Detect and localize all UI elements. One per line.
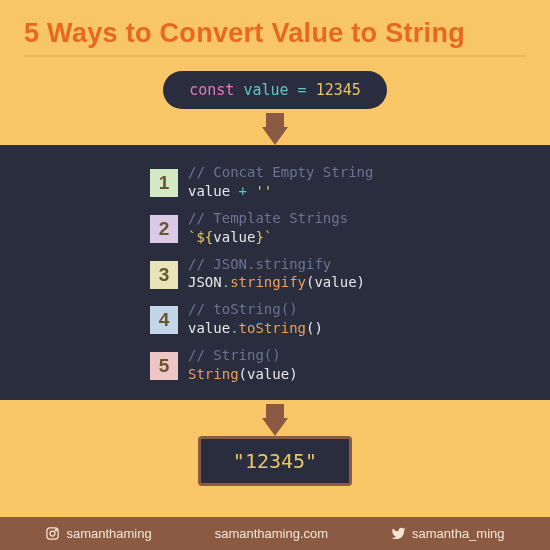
method-code: // JSON.stringifyJSON.stringify(value) [188,255,365,293]
code-line: value + '' [188,182,373,201]
website-link[interactable]: samanthaming.com [215,526,328,541]
var-name: value [243,81,288,99]
code-comment: // JSON.stringify [188,255,365,274]
code-line: `${value}` [188,228,348,247]
declaration-code: const value = 12345 [163,71,387,109]
code-comment: // Concat Empty String [188,163,373,182]
method-number: 1 [150,169,178,197]
code-comment: // String() [188,346,298,365]
result-value: "12345" [198,436,352,486]
method-row: 2// Template Strings`${value}` [150,205,550,251]
instagram-link[interactable]: samanthaming [45,526,151,541]
twitter-handle: samantha_ming [412,526,505,541]
twitter-icon [391,526,406,541]
declaration-area: const value = 12345 [0,57,550,145]
arrow-down-icon [0,404,550,436]
method-number: 5 [150,352,178,380]
var-value: 12345 [316,81,361,99]
method-code: // toString()value.toString() [188,300,323,338]
footer: samanthaming samanthaming.com samantha_m… [0,517,550,550]
keyword: const [189,81,234,99]
twitter-link[interactable]: samantha_ming [391,526,505,541]
svg-point-1 [50,531,55,536]
instagram-handle: samanthaming [66,526,151,541]
equals: = [298,81,307,99]
code-line: JSON.stringify(value) [188,273,365,292]
arrow-down-icon [0,113,550,145]
code-comment: // toString() [188,300,323,319]
code-line: value.toString() [188,319,323,338]
method-row: 3// JSON.stringifyJSON.stringify(value) [150,251,550,297]
code-line: String(value) [188,365,298,384]
svg-point-2 [56,529,57,530]
method-number: 4 [150,306,178,334]
code-comment: // Template Strings [188,209,348,228]
method-row: 1// Concat Empty Stringvalue + '' [150,159,550,205]
methods-panel: 1// Concat Empty Stringvalue + ''2// Tem… [0,145,550,400]
method-row: 4// toString()value.toString() [150,296,550,342]
method-number: 2 [150,215,178,243]
method-row: 5// String()String(value) [150,342,550,388]
instagram-icon [45,526,60,541]
method-number: 3 [150,261,178,289]
method-code: // Template Strings`${value}` [188,209,348,247]
method-code: // String()String(value) [188,346,298,384]
page-title: 5 Ways to Convert Value to String [0,0,550,55]
method-code: // Concat Empty Stringvalue + '' [188,163,373,201]
website-text: samanthaming.com [215,526,328,541]
result-area: "12345" [0,404,550,486]
